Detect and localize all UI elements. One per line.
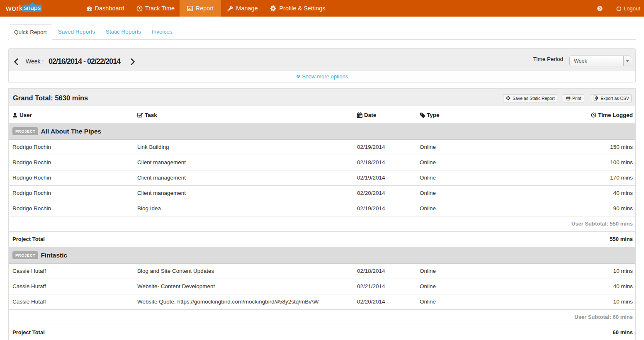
svg-text:?: ? — [599, 6, 601, 10]
